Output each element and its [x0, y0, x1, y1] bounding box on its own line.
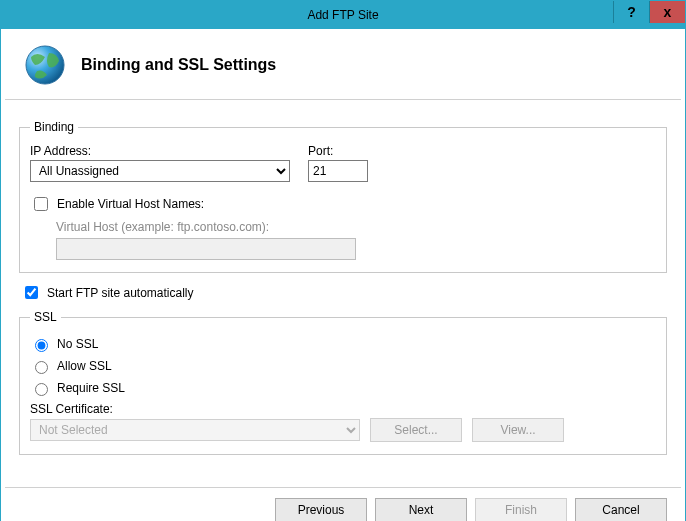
ssl-no-radio[interactable]	[35, 339, 48, 352]
enable-vhost-checkbox[interactable]	[34, 197, 48, 211]
close-button[interactable]: x	[649, 1, 685, 23]
titlebar[interactable]: Add FTP Site ? x	[1, 1, 685, 29]
vhost-input	[56, 238, 356, 260]
ssl-allow-label: Allow SSL	[57, 359, 112, 373]
binding-legend: Binding	[30, 120, 78, 134]
port-input[interactable]	[308, 160, 368, 182]
dialog-window: Add FTP Site ? x Binding and SSL Setting…	[0, 0, 686, 521]
header-separator	[5, 99, 681, 100]
ssl-require-label: Require SSL	[57, 381, 125, 395]
ssl-allow-radio[interactable]	[35, 361, 48, 374]
wizard-header: Binding and SSL Settings	[1, 29, 685, 97]
ip-address-label: IP Address:	[30, 144, 290, 158]
window-controls: ? x	[613, 1, 685, 23]
cancel-button[interactable]: Cancel	[575, 498, 667, 521]
ssl-cert-select: Not Selected	[30, 419, 360, 441]
next-button[interactable]: Next	[375, 498, 467, 521]
ssl-view-button: View...	[472, 418, 564, 442]
port-label: Port:	[308, 144, 368, 158]
vhost-section: Virtual Host (example: ftp.contoso.com):	[56, 220, 656, 260]
binding-group: Binding IP Address: All Unassigned Port:…	[19, 120, 667, 273]
start-automatically-label: Start FTP site automatically	[47, 286, 194, 300]
ssl-group: SSL No SSL Allow SSL Require SSL SSL Cer…	[19, 310, 667, 455]
ssl-no-label: No SSL	[57, 337, 98, 351]
wizard-footer: Previous Next Finish Cancel	[1, 488, 685, 521]
svg-point-0	[26, 46, 64, 84]
ssl-select-button: Select...	[370, 418, 462, 442]
globe-icon	[23, 43, 67, 87]
help-button[interactable]: ?	[613, 1, 649, 23]
enable-vhost-label: Enable Virtual Host Names:	[57, 197, 204, 211]
vhost-hint: Virtual Host (example: ftp.contoso.com):	[56, 220, 656, 234]
page-title: Binding and SSL Settings	[81, 56, 276, 74]
ssl-legend: SSL	[30, 310, 61, 324]
window-title: Add FTP Site	[1, 8, 685, 22]
ssl-cert-label: SSL Certificate:	[30, 402, 656, 416]
start-automatically-checkbox[interactable]	[25, 286, 38, 299]
ip-address-select[interactable]: All Unassigned	[30, 160, 290, 182]
ssl-require-radio[interactable]	[35, 383, 48, 396]
previous-button[interactable]: Previous	[275, 498, 367, 521]
wizard-body: Binding IP Address: All Unassigned Port:…	[1, 116, 685, 473]
finish-button: Finish	[475, 498, 567, 521]
